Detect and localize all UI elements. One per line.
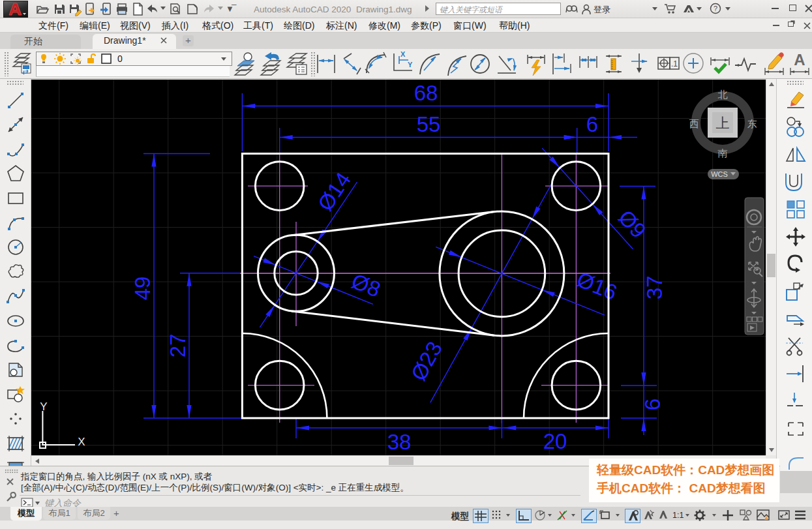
svg-text:Ø9: Ø9 <box>614 205 651 243</box>
svg-text:Y: Y <box>40 401 47 413</box>
svg-text:55: 55 <box>417 112 441 136</box>
svg-text:Y: Y <box>408 61 413 68</box>
svg-text:上: 上 <box>716 115 730 130</box>
svg-text:Ø23: Ø23 <box>406 337 447 384</box>
svg-text:X: X <box>78 436 85 448</box>
svg-text:Ø14: Ø14 <box>313 168 355 215</box>
svg-text:68: 68 <box>414 81 438 105</box>
svg-text:!: ! <box>766 517 766 521</box>
svg-text:20: 20 <box>543 429 567 453</box>
svg-text:WCS: WCS <box>711 170 728 178</box>
svg-text:X: X <box>400 51 406 58</box>
svg-text:南: 南 <box>718 147 728 159</box>
svg-text:6: 6 <box>586 112 598 136</box>
svg-text:0: 0 <box>117 53 123 64</box>
svg-text:西: 西 <box>689 118 699 129</box>
svg-text:东: 东 <box>747 118 757 129</box>
svg-text:?: ? <box>714 5 717 12</box>
svg-text:37: 37 <box>642 276 667 300</box>
svg-text:A: A <box>794 51 805 68</box>
svg-text:.1: .1 <box>671 59 678 68</box>
svg-text:北: 北 <box>718 89 728 100</box>
svg-text:49: 49 <box>130 277 155 301</box>
svg-text:38: 38 <box>387 430 412 454</box>
svg-text:27: 27 <box>166 334 190 358</box>
svg-text:Ø16: Ø16 <box>573 267 620 305</box>
svg-text:6: 6 <box>640 399 665 410</box>
